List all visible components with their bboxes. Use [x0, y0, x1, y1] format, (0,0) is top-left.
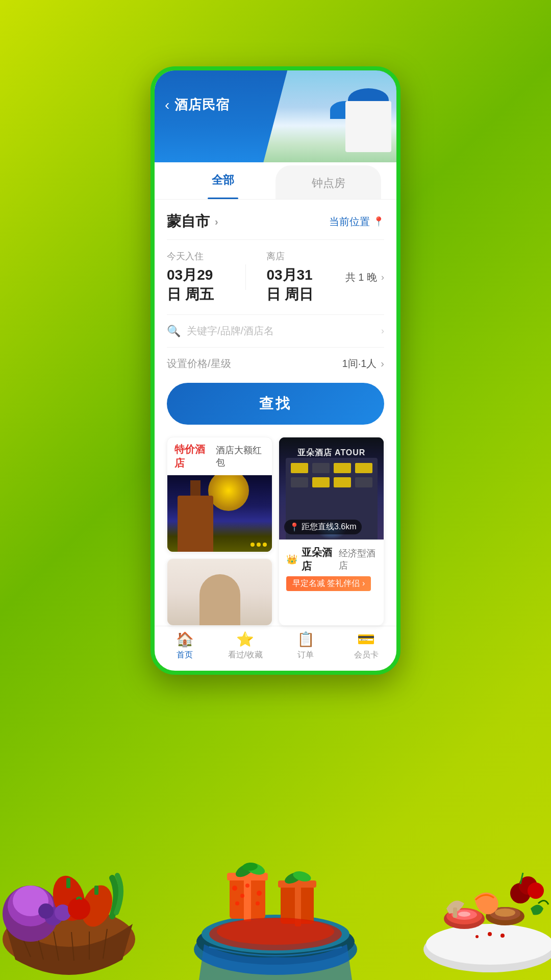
location-pin-icon: 📍	[373, 216, 384, 227]
svg-point-8	[8, 886, 54, 926]
special-label: 特价酒店	[174, 443, 211, 470]
tab-all[interactable]: 全部	[170, 162, 276, 199]
hotpot-svg	[184, 786, 367, 980]
svg-point-30	[245, 884, 249, 888]
night-scene	[167, 475, 272, 552]
distance-badge: 📍 距您直线3.6km	[284, 520, 362, 534]
search-button[interactable]: 查找	[167, 383, 384, 425]
atour-window-7	[334, 477, 351, 487]
checkout-label: 离店	[266, 250, 324, 262]
svg-point-39	[217, 918, 334, 945]
date-row[interactable]: 今天入住 03月29日 周五 离店 03月31日 周日 共 1 晚 ›	[167, 240, 384, 315]
atour-window-1	[291, 463, 308, 473]
nav-favorites[interactable]: ⭐ 看过/收藏	[215, 632, 276, 660]
distance-pin-icon: 📍	[289, 522, 299, 532]
room-card[interactable]	[167, 558, 272, 626]
phone-screen: ‹ 酒店民宿 全部 钟点房 蒙自市 › 当前位置 📍	[151, 66, 400, 675]
checkout-date: 03月31日 周日	[266, 265, 324, 304]
svg-point-20	[202, 915, 349, 953]
svg-point-46	[486, 907, 524, 925]
checkin-label: 今天入住	[167, 250, 225, 262]
svg-point-31	[257, 891, 262, 896]
meat-platter-svg	[418, 766, 551, 980]
room-arch	[199, 574, 240, 625]
svg-point-19	[196, 919, 355, 965]
filter-right[interactable]: 1间·1人 ›	[342, 357, 384, 371]
svg-rect-33	[281, 886, 314, 924]
nav-orders-label: 订单	[297, 650, 314, 660]
filter-arrow-icon: ›	[381, 358, 384, 370]
svg-line-4	[71, 932, 74, 961]
search-icon: 🔍	[167, 325, 181, 338]
nav-orders[interactable]: 📋 订单	[276, 632, 336, 660]
checkin-block[interactable]: 今天入住 03月29日 周五	[167, 250, 225, 304]
room-image	[167, 559, 272, 625]
atour-hotel-card[interactable]: 亚朵酒店 ATOUR HOTEL	[279, 437, 384, 626]
back-button[interactable]: ‹	[165, 98, 169, 112]
nights-label: 共 1 晚	[345, 271, 377, 284]
atour-window-8	[355, 477, 372, 487]
special-desc: 酒店大额红包	[216, 444, 265, 469]
crown-icon: 👑	[286, 554, 297, 565]
svg-point-25	[244, 861, 266, 877]
search-row[interactable]: 🔍 关键字/品牌/酒店名 ›	[167, 315, 384, 348]
nights-arrow-icon: ›	[381, 272, 384, 283]
night-building-top	[190, 480, 201, 496]
atour-window-3	[334, 463, 351, 473]
svg-rect-11	[66, 878, 70, 888]
food-decoration-area	[0, 694, 551, 980]
nav-membership[interactable]: 💳 会员卡	[336, 632, 397, 660]
night-dome	[208, 475, 249, 511]
svg-point-27	[232, 886, 237, 891]
special-hotel-card[interactable]: 特价酒店 酒店大额红包	[167, 437, 272, 552]
nights-info: 共 1 晚 ›	[345, 271, 384, 284]
city-selector[interactable]: 蒙自市 ›	[167, 212, 218, 231]
orders-icon: 📋	[297, 632, 315, 647]
current-location-label: 当前位置	[329, 215, 370, 229]
svg-line-52	[520, 873, 523, 884]
meat-platter	[418, 766, 551, 980]
home-icon: 🏠	[176, 632, 194, 647]
current-location-button[interactable]: 当前位置 📍	[329, 215, 384, 229]
nav-home-label: 首页	[177, 650, 193, 660]
cards-grid: 特价酒店 酒店大额红包	[167, 437, 384, 626]
svg-point-43	[446, 908, 482, 924]
bottom-nav: 🏠 首页 ⭐ 看过/收藏 📋 订单 💳 会员卡	[155, 626, 396, 671]
svg-point-55	[475, 935, 479, 938]
membership-icon: 💳	[357, 632, 375, 647]
svg-rect-53	[453, 908, 457, 918]
tab-hourly[interactable]: 钟点房	[276, 165, 381, 199]
filter-row[interactable]: 设置价格/星级 1间·1人 ›	[167, 348, 384, 383]
svg-line-6	[103, 929, 107, 959]
atour-type: 经济型酒店	[339, 547, 377, 572]
checkout-block[interactable]: 离店 03月31日 周日	[266, 250, 324, 304]
tabs-bar: 全部 钟点房	[155, 162, 396, 200]
svg-point-17	[68, 897, 90, 920]
svg-line-2	[36, 929, 43, 960]
svg-point-36	[283, 870, 304, 886]
content-area: 蒙自市 › 当前位置 📍 今天入住 03月29日 周五 离店 03月31日 周日	[155, 200, 396, 626]
svg-point-51	[528, 883, 544, 899]
svg-point-45	[458, 912, 470, 917]
location-row: 蒙自市 › 当前位置 📍	[167, 200, 384, 240]
room-scene	[167, 559, 272, 625]
search-input[interactable]: 关键字/品牌/酒店名	[187, 324, 375, 338]
svg-point-41	[426, 924, 551, 965]
svg-point-54	[488, 932, 492, 936]
nav-favorites-label: 看过/收藏	[228, 650, 263, 660]
atour-windows	[291, 463, 372, 487]
svg-rect-34	[278, 880, 316, 888]
hotpot-center	[184, 786, 367, 980]
svg-point-56	[500, 934, 505, 938]
svg-rect-22	[227, 873, 268, 880]
atour-name-row: 👑 亚朵酒店 经济型酒店	[286, 546, 377, 573]
atour-tag[interactable]: 早定名减 签礼伴侣 ›	[286, 576, 371, 591]
atour-window-2	[312, 463, 330, 473]
city-name-text: 蒙自市	[167, 212, 210, 231]
nav-home[interactable]: 🏠 首页	[155, 632, 215, 660]
svg-point-38	[209, 918, 342, 950]
search-arrow-icon: ›	[381, 326, 384, 336]
distance-text: 距您直线3.6km	[302, 522, 357, 532]
svg-point-7	[3, 886, 59, 942]
svg-point-16	[38, 903, 54, 919]
